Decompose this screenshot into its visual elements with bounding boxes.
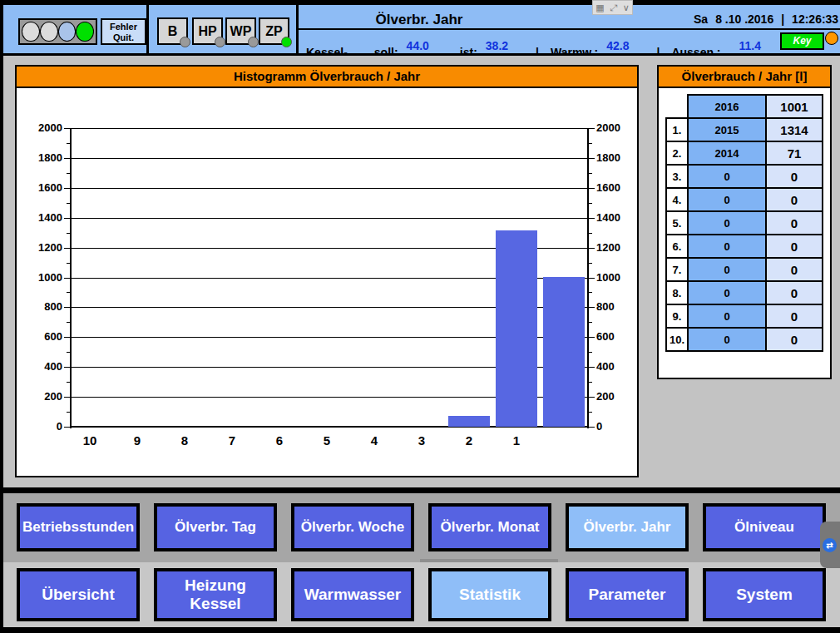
- ylabel-left-1800: 1800: [17, 151, 62, 164]
- table-row: 9.00: [666, 304, 823, 328]
- mode-button-hp[interactable]: HP: [192, 17, 223, 45]
- remote-support-tab[interactable]: ⇄: [820, 522, 840, 568]
- grid-icon[interactable]: ▦: [595, 2, 604, 13]
- row-year: 0: [688, 328, 766, 351]
- y-axis-left: [70, 128, 72, 428]
- expand-icon[interactable]: ⤢: [610, 2, 617, 13]
- title-underline: [296, 28, 840, 30]
- nav-button-oelverbr-tag[interactable]: Ölverbr. Tag: [154, 503, 277, 551]
- row-index: [666, 95, 688, 118]
- row-year: 2014: [688, 141, 766, 165]
- xlabel-6: 6: [263, 433, 296, 448]
- row-index: 3.: [666, 165, 688, 188]
- nav-button-oelverbr-jahr[interactable]: Ölverbr. Jahr: [566, 503, 689, 551]
- row-index: 8.: [666, 281, 688, 304]
- row-value: 1314: [766, 118, 823, 141]
- histogram-chart: 0020020040040060060080080010001000120012…: [17, 90, 637, 476]
- ylabel-right-1600: 1600: [596, 181, 620, 194]
- dongle-indicator: [825, 32, 838, 45]
- status-led-4: [76, 22, 94, 42]
- gridline-1400: [71, 218, 588, 219]
- hmi-screen: Fehler Quit. BHPWPZP Ölverbr. Jahr Sa 8 …: [0, 0, 840, 633]
- nav-button-statistik[interactable]: Statistik: [428, 568, 551, 621]
- ytick-right-200: [588, 397, 595, 398]
- ylabel-right-800: 800: [596, 300, 615, 313]
- row-year: 2016: [688, 95, 766, 118]
- ylabel-left-600: 600: [17, 330, 62, 343]
- ylabel-right-600: 600: [596, 330, 615, 343]
- row-value: 0: [766, 281, 823, 304]
- nav-button-heizung-kessel[interactable]: Heizung Kessel: [154, 568, 277, 621]
- bar-1: [496, 230, 537, 427]
- year-table-title: Ölverbrauch / Jahr [l]: [659, 67, 830, 88]
- ylabel-left-2000: 2000: [17, 121, 62, 134]
- ylabel-right-1400: 1400: [596, 211, 620, 224]
- fehler-label-2: Quit.: [102, 32, 145, 43]
- row-index: 1.: [666, 118, 688, 141]
- row-value: 0: [766, 328, 823, 351]
- row-index: 5.: [666, 211, 688, 235]
- ytick-right-1800: [588, 158, 595, 159]
- y-axis-right: [587, 128, 589, 428]
- bottom-border: [0, 627, 840, 633]
- ylabel-right-1800: 1800: [596, 151, 620, 164]
- row-index: 7.: [666, 258, 688, 281]
- fehler-label-1: Fehler: [102, 22, 145, 32]
- ylabel-left-400: 400: [17, 360, 62, 373]
- xlabel-1: 1: [500, 433, 533, 448]
- ylabel-right-1000: 1000: [596, 271, 620, 284]
- row-value: 0: [766, 304, 823, 328]
- datetime-display: Sa 8 .10 .2016 | 12:26:33: [694, 12, 840, 26]
- datetime-separator: |: [781, 12, 784, 26]
- key-button[interactable]: Key: [780, 32, 824, 50]
- fehler-quit-button[interactable]: Fehler Quit.: [101, 18, 146, 45]
- ylabel-right-400: 400: [596, 360, 615, 373]
- mode-button-b[interactable]: B: [157, 17, 188, 45]
- row-year: 0: [688, 304, 766, 328]
- nav-button-oelniveau[interactable]: Ölniveau: [703, 503, 826, 551]
- gridline-1600: [71, 188, 588, 189]
- gridline-1800: [71, 158, 588, 159]
- year-consumption-table: 201610011.201513142.2014713.004.005.006.…: [665, 94, 823, 352]
- nav-button-warmwasser[interactable]: Warmwasser: [291, 568, 414, 621]
- chevron-down-icon[interactable]: ∨: [623, 2, 630, 13]
- nav-button-oelverbr-monat[interactable]: Ölverbr. Monat: [428, 503, 551, 551]
- ylabel-left-800: 800: [17, 300, 62, 313]
- ytick-right-600: [588, 337, 595, 338]
- row-index: 4.: [666, 188, 688, 211]
- nav-button-system[interactable]: System: [703, 568, 826, 621]
- nav-button-oelverbr-woche[interactable]: Ölverbr. Woche: [291, 503, 414, 551]
- ytick-right-2000: [588, 128, 595, 129]
- ylabel-right-2000: 2000: [596, 121, 620, 134]
- weekday-label: Sa: [694, 12, 708, 26]
- row-value: 0: [766, 188, 823, 211]
- mode-button-wp[interactable]: WP: [225, 17, 256, 45]
- row-year: 0: [688, 188, 766, 211]
- ylabel-left-1600: 1600: [17, 181, 62, 194]
- table-row: 2.201471: [666, 141, 823, 165]
- nav-button-parameter[interactable]: Parameter: [566, 568, 689, 621]
- xlabel-7: 7: [215, 433, 249, 448]
- bar-current: [543, 277, 585, 427]
- row-year: 0: [688, 211, 766, 235]
- ytick-right-1600: [588, 188, 595, 189]
- row-year: 0: [688, 235, 766, 258]
- status-led-3: [58, 22, 77, 42]
- nav-button-betriebsstunden[interactable]: Betriebsstunden: [17, 503, 140, 551]
- ylabel-left-200: 200: [17, 390, 62, 403]
- row-value: 71: [766, 141, 823, 165]
- table-row: 10.00: [666, 328, 823, 351]
- nav-button-uebersicht[interactable]: Übersicht: [17, 568, 140, 621]
- mode-led-wp: [248, 37, 259, 47]
- mode-led-zp: [281, 37, 292, 47]
- row-year: 0: [688, 258, 766, 281]
- remote-view-toolbar[interactable]: ▦ ⤢ ∨: [592, 0, 633, 15]
- mode-button-zp[interactable]: ZP: [259, 17, 289, 45]
- mode-led-b: [180, 37, 190, 47]
- row-year: 2015: [688, 118, 766, 141]
- xlabel-2: 2: [452, 433, 486, 448]
- table-row: 8.00: [666, 281, 823, 304]
- ylabel-right-0: 0: [596, 420, 602, 433]
- ylabel-left-1400: 1400: [17, 211, 62, 224]
- year-table-panel: Ölverbrauch / Jahr [l] 201610011.2015131…: [657, 65, 832, 379]
